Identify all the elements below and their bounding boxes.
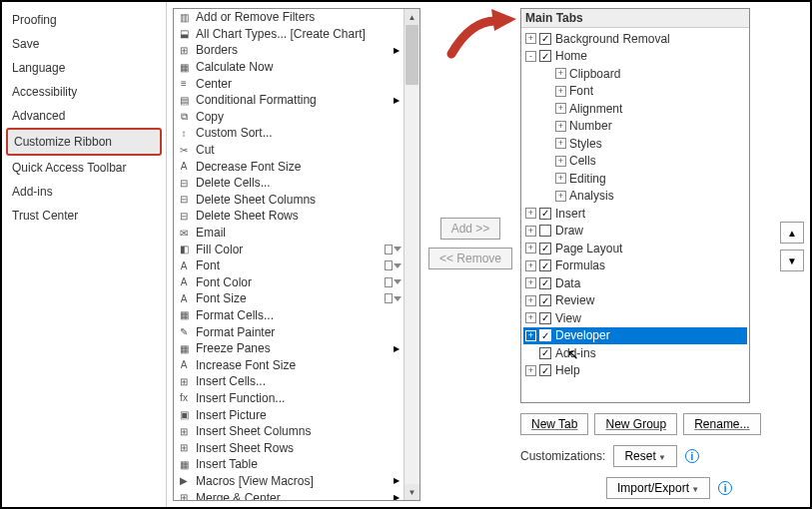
tab-tree-item[interactable]: +Cells: [523, 153, 747, 171]
tree-expander-icon[interactable]: +: [555, 156, 566, 167]
tab-tree-item[interactable]: +✓Help: [523, 362, 747, 380]
tree-checkbox[interactable]: ✓: [539, 259, 551, 271]
tree-checkbox[interactable]: [539, 225, 551, 237]
tab-tree-item[interactable]: +✓Formulas: [523, 257, 747, 275]
command-item[interactable]: ▶Macros [View Macros]▶: [174, 473, 404, 490]
command-item[interactable]: ▦Insert Table: [174, 456, 404, 473]
nav-item-save[interactable]: Save: [6, 32, 162, 56]
new-tab-button[interactable]: New Tab: [520, 413, 588, 435]
tree-expander-icon[interactable]: +: [525, 243, 536, 254]
tree-expander-icon[interactable]: +: [525, 260, 536, 271]
nav-item-trust-center[interactable]: Trust Center: [6, 204, 162, 228]
command-item[interactable]: ▦Calculate Now: [174, 59, 404, 76]
command-item[interactable]: ◧Fill Color: [174, 241, 404, 257]
new-group-button[interactable]: New Group: [594, 413, 677, 435]
tree-expander-icon[interactable]: +: [555, 68, 566, 79]
tab-tree-item[interactable]: +Number: [523, 118, 747, 136]
command-item[interactable]: ▦Freeze Panes▶: [174, 340, 404, 357]
tree-expander-icon[interactable]: +: [525, 330, 536, 341]
tree-checkbox[interactable]: ✓: [539, 243, 551, 254]
scroll-up-button[interactable]: ▲: [405, 9, 419, 25]
move-down-button[interactable]: ▼: [780, 250, 804, 271]
command-item[interactable]: ⊞Insert Cells...: [174, 373, 404, 390]
command-item[interactable]: ⊞Merge & Center▶: [174, 489, 404, 500]
tree-checkbox[interactable]: ✓: [539, 329, 551, 341]
command-item[interactable]: ⊟Delete Sheet Rows: [174, 208, 404, 225]
tab-tree-item[interactable]: +Font: [523, 83, 747, 101]
tab-tree-item[interactable]: +Clipboard: [523, 65, 747, 83]
tab-tree-item[interactable]: +Draw: [523, 223, 747, 241]
nav-item-add-ins[interactable]: Add-ins: [6, 180, 162, 204]
tab-tree-item[interactable]: +✓Developer: [523, 327, 747, 345]
command-item[interactable]: ⊟Delete Sheet Columns: [174, 192, 404, 209]
tree-expander-icon[interactable]: +: [555, 138, 566, 149]
nav-item-proofing[interactable]: Proofing: [6, 8, 162, 32]
command-item[interactable]: ▥Add or Remove Filters: [174, 9, 404, 26]
tab-tree-item[interactable]: +✓Insert: [523, 205, 747, 223]
nav-item-customize-ribbon[interactable]: Customize Ribbon: [6, 128, 162, 156]
add-button[interactable]: Add >>: [440, 218, 501, 240]
reset-dropdown[interactable]: Reset: [613, 445, 677, 467]
command-item[interactable]: ▦Format Cells...: [174, 307, 404, 324]
command-item[interactable]: AFont Size: [174, 290, 404, 307]
tree-expander-icon[interactable]: +: [555, 191, 566, 202]
tree-checkbox[interactable]: ✓: [539, 277, 551, 289]
commands-list[interactable]: ▥Add or Remove Filters⬓All Chart Types..…: [174, 9, 404, 500]
info-icon[interactable]: i: [718, 481, 732, 495]
command-item[interactable]: fxInsert Function...: [174, 390, 404, 407]
tree-expander-icon[interactable]: -: [525, 51, 536, 62]
command-item[interactable]: ↕Custom Sort...: [174, 125, 404, 142]
nav-item-language[interactable]: Language: [6, 56, 162, 80]
tree-expander-icon[interactable]: +: [525, 226, 536, 237]
tab-tree-item[interactable]: +Styles: [523, 135, 747, 153]
tree-expander-icon[interactable]: +: [555, 121, 566, 132]
tree-checkbox[interactable]: ✓: [539, 50, 551, 62]
command-item[interactable]: ⊞Insert Sheet Rows: [174, 439, 404, 456]
command-item[interactable]: ⊞Borders▶: [174, 42, 404, 59]
tab-tree-item[interactable]: +✓Review: [523, 292, 747, 310]
tab-tree-item[interactable]: +✓View: [523, 309, 747, 327]
tree-expander-icon[interactable]: +: [525, 277, 536, 288]
command-item[interactable]: ✉Email: [174, 225, 404, 242]
command-item[interactable]: ⊟Delete Cells...: [174, 175, 404, 192]
command-item[interactable]: ADecrease Font Size: [174, 158, 404, 175]
commands-scrollbar[interactable]: ▲ ▼: [404, 9, 419, 500]
tree-expander-icon[interactable]: +: [525, 208, 536, 219]
tab-tree-item[interactable]: +✓Background Removal: [523, 30, 747, 48]
command-item[interactable]: ⧉Copy: [174, 109, 404, 126]
command-item[interactable]: ▤Conditional Formatting▶: [174, 92, 404, 109]
command-item[interactable]: ▣Insert Picture: [174, 406, 404, 423]
tree-expander-icon[interactable]: +: [525, 365, 536, 376]
tab-tree-item[interactable]: +✓Data: [523, 274, 747, 292]
tree-checkbox[interactable]: ✓: [539, 208, 551, 220]
tree-checkbox[interactable]: ✓: [539, 33, 551, 45]
tab-tree-item[interactable]: +Editing: [523, 170, 747, 188]
command-item[interactable]: ✎Format Painter: [174, 323, 404, 340]
tree-checkbox[interactable]: ✓: [539, 312, 551, 324]
nav-item-advanced[interactable]: Advanced: [6, 104, 162, 128]
remove-button[interactable]: << Remove: [428, 248, 512, 269]
tab-tree-item[interactable]: +Alignment: [523, 100, 747, 118]
move-up-button[interactable]: ▲: [780, 222, 804, 244]
tab-tree-item[interactable]: +Analysis: [523, 188, 747, 206]
nav-item-accessibility[interactable]: Accessibility: [6, 80, 162, 104]
scroll-thumb[interactable]: [406, 25, 418, 85]
tree-expander-icon[interactable]: +: [555, 103, 566, 114]
tree-expander-icon[interactable]: +: [525, 33, 536, 44]
tree-checkbox[interactable]: ✓: [539, 347, 551, 359]
tree-expander-icon[interactable]: +: [555, 86, 566, 97]
tree-checkbox[interactable]: ✓: [539, 294, 551, 306]
tree-checkbox[interactable]: ✓: [539, 364, 551, 376]
scroll-track[interactable]: [405, 25, 419, 484]
scroll-down-button[interactable]: ▼: [405, 484, 419, 500]
info-icon[interactable]: i: [685, 449, 699, 463]
command-item[interactable]: ✂Cut: [174, 142, 404, 159]
command-item[interactable]: AFont Color: [174, 274, 404, 291]
tab-tree-item[interactable]: +✓Page Layout: [523, 240, 747, 257]
tree-expander-icon[interactable]: +: [555, 173, 566, 184]
main-tabs-listbox[interactable]: Main Tabs +✓Background Removal-✓Home+Cli…: [520, 8, 750, 403]
command-item[interactable]: AFont: [174, 257, 404, 274]
import-export-dropdown[interactable]: Import/Export: [606, 477, 710, 499]
nav-item-quick-access-toolbar[interactable]: Quick Access Toolbar: [6, 156, 162, 180]
command-item[interactable]: AIncrease Font Size: [174, 356, 404, 373]
